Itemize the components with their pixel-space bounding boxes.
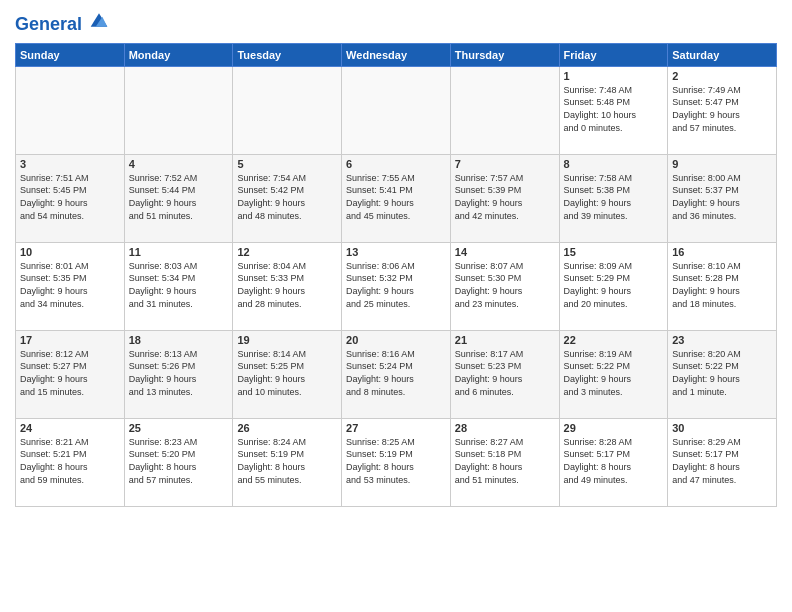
day-info: Sunrise: 7:52 AM Sunset: 5:44 PM Dayligh… xyxy=(129,172,229,222)
day-info: Sunrise: 7:51 AM Sunset: 5:45 PM Dayligh… xyxy=(20,172,120,222)
logo-icon xyxy=(89,10,109,30)
day-number: 23 xyxy=(672,334,772,346)
day-info: Sunrise: 8:28 AM Sunset: 5:17 PM Dayligh… xyxy=(564,436,664,486)
day-number: 2 xyxy=(672,70,772,82)
calendar-header-monday: Monday xyxy=(124,43,233,66)
calendar-cell: 21Sunrise: 8:17 AM Sunset: 5:23 PM Dayli… xyxy=(450,330,559,418)
calendar: SundayMondayTuesdayWednesdayThursdayFrid… xyxy=(15,43,777,507)
day-number: 14 xyxy=(455,246,555,258)
calendar-cell: 28Sunrise: 8:27 AM Sunset: 5:18 PM Dayli… xyxy=(450,418,559,506)
calendar-body: 1Sunrise: 7:48 AM Sunset: 5:48 PM Daylig… xyxy=(16,66,777,506)
calendar-cell: 13Sunrise: 8:06 AM Sunset: 5:32 PM Dayli… xyxy=(342,242,451,330)
day-info: Sunrise: 8:27 AM Sunset: 5:18 PM Dayligh… xyxy=(455,436,555,486)
header: General xyxy=(15,10,777,35)
calendar-week-2: 10Sunrise: 8:01 AM Sunset: 5:35 PM Dayli… xyxy=(16,242,777,330)
day-number: 17 xyxy=(20,334,120,346)
day-number: 8 xyxy=(564,158,664,170)
day-info: Sunrise: 8:24 AM Sunset: 5:19 PM Dayligh… xyxy=(237,436,337,486)
calendar-cell xyxy=(16,66,125,154)
calendar-cell: 1Sunrise: 7:48 AM Sunset: 5:48 PM Daylig… xyxy=(559,66,668,154)
calendar-cell: 10Sunrise: 8:01 AM Sunset: 5:35 PM Dayli… xyxy=(16,242,125,330)
day-number: 29 xyxy=(564,422,664,434)
day-info: Sunrise: 8:17 AM Sunset: 5:23 PM Dayligh… xyxy=(455,348,555,398)
day-info: Sunrise: 8:25 AM Sunset: 5:19 PM Dayligh… xyxy=(346,436,446,486)
day-number: 22 xyxy=(564,334,664,346)
page: General SundayMondayTuesdayWednesdayThur… xyxy=(0,0,792,612)
calendar-cell xyxy=(124,66,233,154)
calendar-cell: 5Sunrise: 7:54 AM Sunset: 5:42 PM Daylig… xyxy=(233,154,342,242)
calendar-cell: 24Sunrise: 8:21 AM Sunset: 5:21 PM Dayli… xyxy=(16,418,125,506)
day-info: Sunrise: 7:54 AM Sunset: 5:42 PM Dayligh… xyxy=(237,172,337,222)
day-number: 12 xyxy=(237,246,337,258)
calendar-cell: 23Sunrise: 8:20 AM Sunset: 5:22 PM Dayli… xyxy=(668,330,777,418)
day-number: 26 xyxy=(237,422,337,434)
day-info: Sunrise: 8:16 AM Sunset: 5:24 PM Dayligh… xyxy=(346,348,446,398)
day-number: 16 xyxy=(672,246,772,258)
day-info: Sunrise: 8:19 AM Sunset: 5:22 PM Dayligh… xyxy=(564,348,664,398)
calendar-week-4: 24Sunrise: 8:21 AM Sunset: 5:21 PM Dayli… xyxy=(16,418,777,506)
day-info: Sunrise: 7:49 AM Sunset: 5:47 PM Dayligh… xyxy=(672,84,772,134)
day-number: 6 xyxy=(346,158,446,170)
calendar-cell: 19Sunrise: 8:14 AM Sunset: 5:25 PM Dayli… xyxy=(233,330,342,418)
calendar-cell: 14Sunrise: 8:07 AM Sunset: 5:30 PM Dayli… xyxy=(450,242,559,330)
calendar-header-sunday: Sunday xyxy=(16,43,125,66)
day-info: Sunrise: 7:48 AM Sunset: 5:48 PM Dayligh… xyxy=(564,84,664,134)
day-number: 7 xyxy=(455,158,555,170)
calendar-week-0: 1Sunrise: 7:48 AM Sunset: 5:48 PM Daylig… xyxy=(16,66,777,154)
calendar-cell: 11Sunrise: 8:03 AM Sunset: 5:34 PM Dayli… xyxy=(124,242,233,330)
day-number: 4 xyxy=(129,158,229,170)
calendar-cell: 15Sunrise: 8:09 AM Sunset: 5:29 PM Dayli… xyxy=(559,242,668,330)
calendar-cell xyxy=(233,66,342,154)
calendar-cell: 25Sunrise: 8:23 AM Sunset: 5:20 PM Dayli… xyxy=(124,418,233,506)
calendar-cell: 18Sunrise: 8:13 AM Sunset: 5:26 PM Dayli… xyxy=(124,330,233,418)
calendar-cell: 17Sunrise: 8:12 AM Sunset: 5:27 PM Dayli… xyxy=(16,330,125,418)
day-number: 1 xyxy=(564,70,664,82)
day-info: Sunrise: 8:09 AM Sunset: 5:29 PM Dayligh… xyxy=(564,260,664,310)
day-number: 10 xyxy=(20,246,120,258)
day-number: 5 xyxy=(237,158,337,170)
day-info: Sunrise: 8:00 AM Sunset: 5:37 PM Dayligh… xyxy=(672,172,772,222)
calendar-cell: 30Sunrise: 8:29 AM Sunset: 5:17 PM Dayli… xyxy=(668,418,777,506)
calendar-cell: 3Sunrise: 7:51 AM Sunset: 5:45 PM Daylig… xyxy=(16,154,125,242)
logo-text: General xyxy=(15,10,109,35)
calendar-cell xyxy=(342,66,451,154)
day-number: 19 xyxy=(237,334,337,346)
day-info: Sunrise: 7:58 AM Sunset: 5:38 PM Dayligh… xyxy=(564,172,664,222)
calendar-cell xyxy=(450,66,559,154)
calendar-week-3: 17Sunrise: 8:12 AM Sunset: 5:27 PM Dayli… xyxy=(16,330,777,418)
calendar-cell: 12Sunrise: 8:04 AM Sunset: 5:33 PM Dayli… xyxy=(233,242,342,330)
day-number: 25 xyxy=(129,422,229,434)
calendar-cell: 22Sunrise: 8:19 AM Sunset: 5:22 PM Dayli… xyxy=(559,330,668,418)
calendar-header-saturday: Saturday xyxy=(668,43,777,66)
calendar-cell: 29Sunrise: 8:28 AM Sunset: 5:17 PM Dayli… xyxy=(559,418,668,506)
day-info: Sunrise: 8:12 AM Sunset: 5:27 PM Dayligh… xyxy=(20,348,120,398)
calendar-cell: 26Sunrise: 8:24 AM Sunset: 5:19 PM Dayli… xyxy=(233,418,342,506)
day-number: 11 xyxy=(129,246,229,258)
logo: General xyxy=(15,10,109,35)
day-info: Sunrise: 8:01 AM Sunset: 5:35 PM Dayligh… xyxy=(20,260,120,310)
day-info: Sunrise: 8:21 AM Sunset: 5:21 PM Dayligh… xyxy=(20,436,120,486)
day-info: Sunrise: 7:57 AM Sunset: 5:39 PM Dayligh… xyxy=(455,172,555,222)
calendar-cell: 2Sunrise: 7:49 AM Sunset: 5:47 PM Daylig… xyxy=(668,66,777,154)
calendar-cell: 20Sunrise: 8:16 AM Sunset: 5:24 PM Dayli… xyxy=(342,330,451,418)
day-number: 9 xyxy=(672,158,772,170)
day-number: 18 xyxy=(129,334,229,346)
calendar-header-friday: Friday xyxy=(559,43,668,66)
day-info: Sunrise: 8:13 AM Sunset: 5:26 PM Dayligh… xyxy=(129,348,229,398)
calendar-cell: 8Sunrise: 7:58 AM Sunset: 5:38 PM Daylig… xyxy=(559,154,668,242)
day-info: Sunrise: 8:06 AM Sunset: 5:32 PM Dayligh… xyxy=(346,260,446,310)
day-info: Sunrise: 8:14 AM Sunset: 5:25 PM Dayligh… xyxy=(237,348,337,398)
day-info: Sunrise: 7:55 AM Sunset: 5:41 PM Dayligh… xyxy=(346,172,446,222)
day-number: 20 xyxy=(346,334,446,346)
day-info: Sunrise: 8:23 AM Sunset: 5:20 PM Dayligh… xyxy=(129,436,229,486)
day-number: 13 xyxy=(346,246,446,258)
day-number: 28 xyxy=(455,422,555,434)
calendar-header-row: SundayMondayTuesdayWednesdayThursdayFrid… xyxy=(16,43,777,66)
calendar-cell: 16Sunrise: 8:10 AM Sunset: 5:28 PM Dayli… xyxy=(668,242,777,330)
day-number: 27 xyxy=(346,422,446,434)
day-number: 15 xyxy=(564,246,664,258)
day-info: Sunrise: 8:10 AM Sunset: 5:28 PM Dayligh… xyxy=(672,260,772,310)
day-info: Sunrise: 8:29 AM Sunset: 5:17 PM Dayligh… xyxy=(672,436,772,486)
day-number: 3 xyxy=(20,158,120,170)
day-info: Sunrise: 8:03 AM Sunset: 5:34 PM Dayligh… xyxy=(129,260,229,310)
